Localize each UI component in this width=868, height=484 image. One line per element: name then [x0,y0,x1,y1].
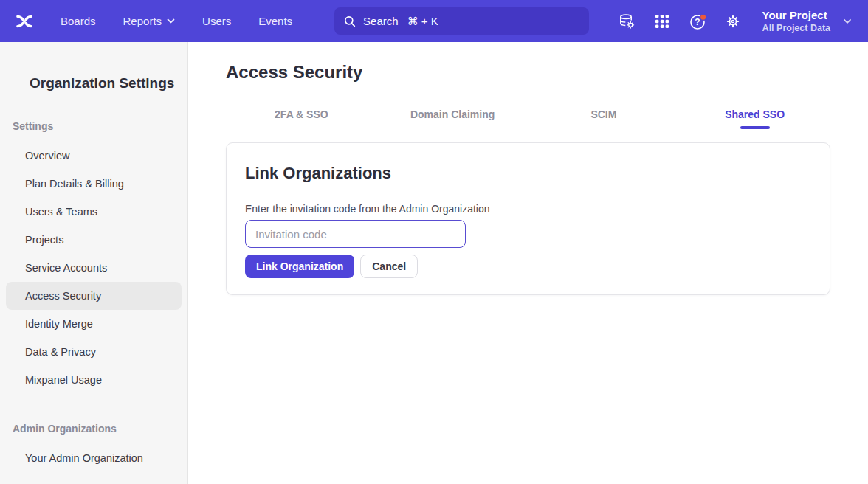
card-title: Link Organizations [245,164,811,183]
sidebar-item-identity-merge[interactable]: Identity Merge [6,310,182,338]
apps-menu-button[interactable] [654,13,670,30]
sidebar-item-projects[interactable]: Projects [6,226,182,254]
database-gear-icon [619,13,635,30]
mixpanel-logo-icon [13,10,35,32]
tab-shared-sso[interactable]: Shared SSO [679,108,830,128]
navbar-actions: ? Your Project All Proje [599,8,858,35]
mixpanel-logo[interactable] [13,10,35,32]
help-icon: ? [689,13,707,31]
sidebar-item-data-privacy[interactable]: Data & Privacy [6,338,182,366]
tab-2fa-sso-label: 2FA & SSO [275,108,328,120]
tab-scim[interactable]: SCIM [528,108,680,128]
search-placeholder: Search [363,15,399,27]
link-organization-button[interactable]: Link Organization [245,255,354,278]
cancel-button[interactable]: Cancel [360,255,418,278]
sidebar-item-plan-details-billing[interactable]: Plan Details & Billing [6,170,182,198]
search-input[interactable]: Search ⌘ + K [334,7,589,35]
tab-domain-claiming-label: Domain Claiming [410,108,495,120]
sidebar-section-admin-organizations: Admin Organizations [13,423,187,435]
project-selector[interactable]: Your Project All Project Data [762,8,830,35]
card-actions: Link Organization Cancel [245,255,811,278]
project-chevron-down-icon[interactable] [843,18,852,24]
sidebar-title: Organization Settings [30,75,187,91]
project-data-scope: All Project Data [762,22,830,34]
nav-reports-label: Reports [123,15,162,27]
main-content: Access Security 2FA & SSO Domain Claimin… [188,42,868,484]
chevron-down-icon [167,18,175,24]
access-security-tabs: 2FA & SSO Domain Claiming SCIM Shared SS… [226,108,830,128]
gear-icon [725,13,741,30]
search-shortcut: ⌘ + K [407,15,438,28]
primary-nav: Boards Reports Users Events [61,15,292,27]
svg-text:?: ? [695,17,700,27]
sidebar-item-your-admin-organization[interactable]: Your Admin Organization [6,444,182,472]
top-navbar: Boards Reports Users Events Search ⌘ + K [0,0,868,42]
settings-sidebar: Organization Settings Settings Overview … [0,42,188,484]
link-organizations-card: Link Organizations Enter the invitation … [226,142,830,295]
page-title: Access Security [226,62,830,83]
invitation-code-label: Enter the invitation code from the Admin… [245,203,811,215]
notification-dot [700,14,706,20]
sidebar-item-access-security[interactable]: Access Security [6,282,182,310]
data-management-button[interactable] [619,13,635,30]
invitation-code-input[interactable] [245,220,466,248]
help-button[interactable]: ? [689,13,706,30]
sidebar-section-settings: Settings [13,120,187,132]
tab-domain-claiming[interactable]: Domain Claiming [377,108,528,128]
tab-shared-sso-label: Shared SSO [725,108,785,120]
nav-boards[interactable]: Boards [61,15,96,27]
search-icon [344,15,356,27]
settings-button[interactable] [725,13,741,30]
sidebar-item-overview[interactable]: Overview [6,142,182,170]
tab-2fa-sso[interactable]: 2FA & SSO [226,108,377,128]
sidebar-item-service-accounts[interactable]: Service Accounts [6,254,182,282]
active-tab-indicator [740,126,770,129]
sidebar-item-mixpanel-usage[interactable]: Mixpanel Usage [6,366,182,394]
apps-grid-icon [654,13,670,30]
nav-events[interactable]: Events [258,15,292,27]
tab-scim-label: SCIM [590,108,616,120]
sidebar-item-users-teams[interactable]: Users & Teams [6,198,182,226]
nav-reports[interactable]: Reports [123,15,176,27]
project-name: Your Project [762,8,830,23]
nav-users[interactable]: Users [202,15,231,27]
